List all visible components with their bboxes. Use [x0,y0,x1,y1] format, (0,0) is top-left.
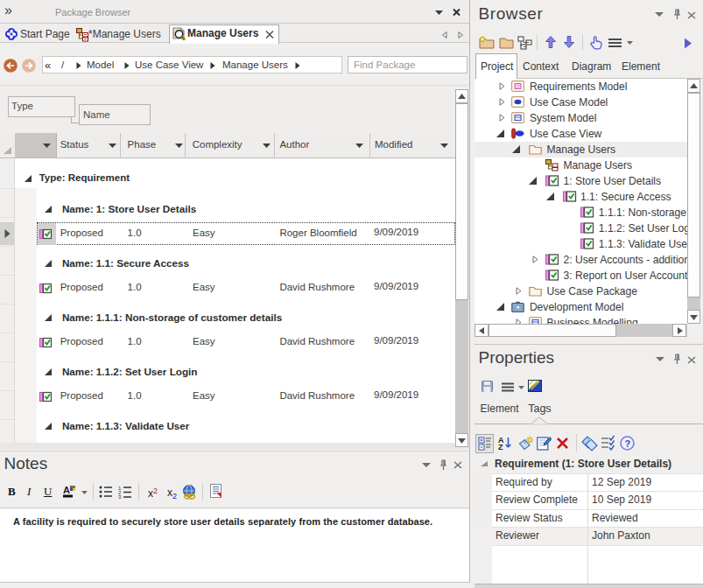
svg-text:3: 3 [118,494,122,500]
svg-text:A: A [63,485,70,495]
svg-text:Z: Z [498,443,503,452]
svg-text:?: ? [625,438,631,449]
